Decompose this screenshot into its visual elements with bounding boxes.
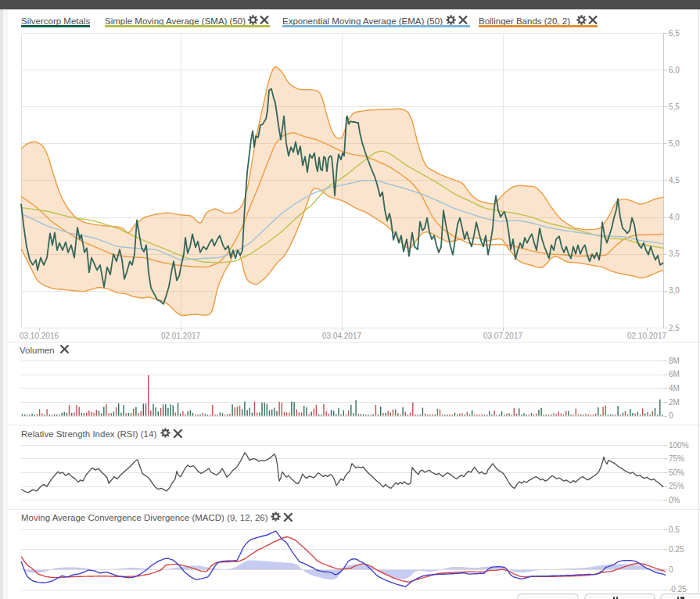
- svg-text:0%: 0%: [669, 496, 680, 504]
- svg-text:6M: 6M: [669, 370, 680, 378]
- svg-text:Simple Moving Average (SMA) (5: Simple Moving Average (SMA) (50): [105, 16, 246, 26]
- svg-text:25%: 25%: [669, 482, 684, 490]
- svg-text:8M: 8M: [669, 357, 680, 365]
- svg-text:3,0: 3,0: [669, 286, 680, 295]
- svg-text:Silvercorp Metals: Silvercorp Metals: [21, 16, 90, 26]
- svg-text:03.04.2017: 03.04.2017: [322, 332, 361, 340]
- svg-text:100%: 100%: [669, 441, 689, 450]
- svg-text:4,5: 4,5: [669, 176, 680, 185]
- svg-text:03.10.2016: 03.10.2016: [20, 332, 59, 340]
- svg-text:Exponential Moving Average (EM: Exponential Moving Average (EMA) (50): [282, 16, 443, 26]
- svg-text:2M: 2M: [669, 398, 680, 407]
- svg-text:0.25: 0.25: [669, 545, 684, 554]
- svg-text:02.01.2017: 02.01.2017: [161, 332, 200, 340]
- svg-text:6,0: 6,0: [669, 66, 680, 74]
- svg-text:6,5: 6,5: [669, 29, 680, 38]
- svg-text:4M: 4M: [669, 384, 680, 393]
- svg-text:Bollinger Bands (20, 2): Bollinger Bands (20, 2): [479, 16, 570, 26]
- svg-text:Volumen: Volumen: [20, 346, 55, 355]
- svg-text:0: 0: [669, 565, 673, 574]
- svg-text:-0.25: -0.25: [669, 585, 687, 594]
- svg-text:0: 0: [669, 411, 673, 420]
- svg-text:5,5: 5,5: [669, 102, 680, 111]
- svg-text:02.10.2017: 02.10.2017: [627, 332, 666, 340]
- svg-text:Moving Average Convergence Div: Moving Average Convergence Divergence (M…: [21, 513, 268, 522]
- svg-text:Relative Strength Index (RSI): Relative Strength Index (RSI) (14): [21, 429, 156, 439]
- svg-text:50%: 50%: [669, 468, 684, 477]
- svg-text:4,0: 4,0: [669, 213, 680, 221]
- svg-text:2,5: 2,5: [669, 324, 680, 332]
- svg-text:03.07.2017: 03.07.2017: [483, 332, 522, 340]
- svg-text:5,0: 5,0: [669, 139, 680, 148]
- svg-text:0.5: 0.5: [669, 525, 680, 534]
- svg-text:75%: 75%: [669, 454, 684, 463]
- svg-text:3,5: 3,5: [669, 249, 680, 258]
